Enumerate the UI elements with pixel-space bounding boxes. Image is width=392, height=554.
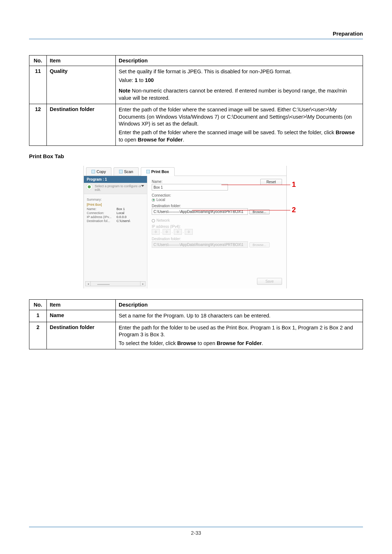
save-button[interactable]: Save xyxy=(257,278,282,285)
th-item: Item xyxy=(47,56,116,66)
text-bold: Browse xyxy=(336,130,355,135)
th-desc: Description xyxy=(116,300,363,310)
tab-printbox[interactable]: Print Box xyxy=(141,167,175,176)
table-row: 1 Name Set a name for the Program. Up to… xyxy=(29,310,363,322)
chevron-down-icon xyxy=(141,185,144,187)
dest-input[interactable] xyxy=(152,208,248,215)
screenshot-figure: Copy Scan Print Box Program : 1 Select a… xyxy=(83,166,309,288)
section-heading: Print Box Tab xyxy=(29,153,363,159)
text-bold: 1 xyxy=(135,77,138,83)
cell-no: 1 xyxy=(29,310,47,322)
header-section: Preparation xyxy=(29,30,363,39)
dest2-input xyxy=(152,241,248,248)
tab-label: Print Box xyxy=(151,169,169,174)
summary-dest-value: C:\Users\ xyxy=(117,219,144,223)
cell-desc: Enter the path for the folder to be used… xyxy=(116,322,363,349)
cell-item: Name xyxy=(47,310,116,322)
table-row: 12 Destination folder Enter the path of … xyxy=(29,104,363,146)
sidebar: Program : 1 Select a program to configur… xyxy=(84,176,147,288)
cell-desc: Set the quality if file format is JPEG. … xyxy=(116,66,363,104)
text-bold: Browse for Folder xyxy=(138,137,183,143)
th-no: No. xyxy=(29,300,47,310)
horizontal-scrollbar[interactable]: ◂ ▸ xyxy=(85,281,146,286)
desc-line: Enter the path of the folder where the s… xyxy=(119,106,360,128)
program-select[interactable]: Select a program to configure or edit. xyxy=(84,183,147,194)
ip-label: IP address (IPv4): xyxy=(152,225,282,229)
ip-octet xyxy=(185,229,193,235)
table-row: 11 Quality Set the quality if file forma… xyxy=(29,66,363,104)
desc-note: Note Non-numeric characters cannot be en… xyxy=(119,87,360,102)
cell-item: Destination folder xyxy=(47,322,116,349)
tab-bar: Copy Scan Print Box xyxy=(84,166,286,176)
ip-octet xyxy=(174,229,182,235)
cell-desc: Enter the path of the folder where the s… xyxy=(116,104,363,146)
tab-label: Scan xyxy=(124,169,133,174)
name-input[interactable] xyxy=(152,184,228,190)
settings-table-2: No. Item Description 1 Name Set a name f… xyxy=(29,299,363,349)
text-bold: 100 xyxy=(145,77,154,83)
scroll-thumb[interactable] xyxy=(97,284,110,285)
summary-name-value: Box 1 xyxy=(117,207,144,211)
note-label: Note xyxy=(119,88,130,94)
text: Enter the path of the folder where the s… xyxy=(119,130,336,135)
callout-leader-1 xyxy=(221,185,290,185)
text-bold: Browse for Folder xyxy=(217,340,262,346)
radio-network-label: Network xyxy=(156,218,170,222)
radio-network[interactable] xyxy=(152,219,155,222)
text: . xyxy=(262,340,263,346)
desc-line: To select the folder, click Browse to op… xyxy=(119,340,360,347)
tab-label: Copy xyxy=(97,169,106,174)
program-title: Program : 1 xyxy=(84,176,147,183)
note-text: Non-numeric characters cannot be entered… xyxy=(119,88,347,101)
text: to xyxy=(138,77,145,83)
document-icon xyxy=(146,170,150,173)
desc-line: Value: 1 to 100 xyxy=(119,77,360,84)
desc-line: Set a name for the Program. Up to 18 cha… xyxy=(119,312,360,320)
summary-category: [Print Box] xyxy=(84,203,147,206)
summary-dest-label: Destination fol... xyxy=(87,219,116,223)
document-icon xyxy=(91,170,95,173)
scroll-left-button[interactable]: ◂ xyxy=(86,282,91,286)
summary-name-label: Name: xyxy=(87,207,116,211)
tab-scan[interactable]: Scan xyxy=(114,167,139,176)
tab-copy[interactable]: Copy xyxy=(86,167,111,176)
cell-no: 2 xyxy=(29,322,47,349)
page-number: 2-33 xyxy=(191,530,201,536)
cell-no: 11 xyxy=(29,66,47,104)
cell-desc: Set a name for the Program. Up to 18 cha… xyxy=(116,310,363,322)
summary-conn-value: Local xyxy=(117,211,144,215)
th-item: Item xyxy=(47,300,116,310)
text-bold: Browse xyxy=(177,340,196,346)
dest-row: Destination folder: Browse... xyxy=(152,204,282,215)
text: . xyxy=(183,137,184,143)
callout-leader-2 xyxy=(192,210,290,210)
app-window: Copy Scan Print Box Program : 1 Select a… xyxy=(83,166,287,288)
desc-line: Enter the path of the folder where the s… xyxy=(119,129,360,143)
summary-conn-label: Connection: xyxy=(87,211,116,215)
dest2-row: Destination folder: Browse... xyxy=(152,237,282,248)
form-panel: Reset Name: Connection: Local Destinatio… xyxy=(147,176,286,288)
network-row: Network xyxy=(152,218,282,222)
browse-button-disabled: Browse... xyxy=(249,242,270,247)
cell-item: Destination folder xyxy=(47,104,116,146)
program-hint: Select a program to configure or edit. xyxy=(95,184,142,192)
dest-label: Destination folder: xyxy=(152,204,282,208)
connection-label: Connection: xyxy=(152,193,282,197)
summary-ip-value: 0.0.0.0 xyxy=(117,215,144,219)
text: To select the folder, click xyxy=(119,340,177,346)
callout-2: 2 xyxy=(292,206,296,214)
page-footer: 2-33 xyxy=(29,527,363,536)
cell-item: Quality xyxy=(47,66,116,104)
desc-line: Set the quality if file format is JPEG. … xyxy=(119,68,360,75)
ip-octet xyxy=(152,229,160,235)
table-row: 2 Destination folder Enter the path for … xyxy=(29,322,363,349)
reset-button[interactable]: Reset xyxy=(260,179,282,185)
th-no: No. xyxy=(29,56,47,66)
desc-line: Enter the path for the folder to be used… xyxy=(119,324,360,338)
document-icon xyxy=(119,170,123,173)
scroll-right-button[interactable]: ▸ xyxy=(140,282,145,286)
settings-table-1: No. Item Description 11 Quality Set the … xyxy=(29,55,363,146)
text: to open xyxy=(119,137,138,143)
th-desc: Description xyxy=(116,56,363,66)
radio-local[interactable] xyxy=(152,198,155,202)
